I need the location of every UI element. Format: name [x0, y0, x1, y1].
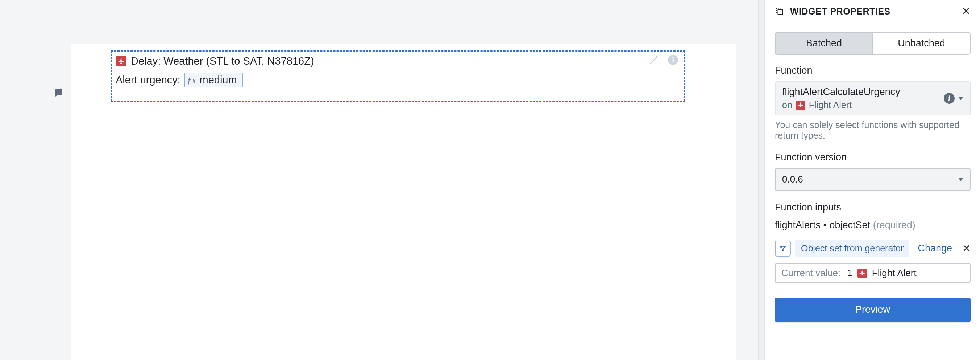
- urgency-value-pill[interactable]: ƒx medium: [184, 73, 243, 88]
- function-on-type: Flight Alert: [809, 100, 852, 110]
- inputs-label: Function inputs: [775, 202, 970, 213]
- input-param-name: flightAlerts: [775, 219, 821, 230]
- svg-rect-3: [778, 10, 783, 14]
- version-value: 0.0.6: [782, 174, 803, 185]
- urgency-label: Alert urgency:: [116, 74, 180, 86]
- svg-point-2: [672, 57, 674, 58]
- chevron-down-icon: [958, 178, 963, 181]
- flight-alert-icon: [796, 101, 805, 110]
- info-icon[interactable]: [668, 54, 678, 67]
- widget-title: Delay: Weather (STL to SAT, N37816Z): [131, 55, 314, 67]
- function-info-icon[interactable]: i: [944, 93, 955, 104]
- widget-properties-panel: WIDGET PROPERTIES ✕ Batched Unbatched Fu…: [765, 0, 980, 360]
- input-param-required: (required): [873, 219, 915, 230]
- comment-tool-icon[interactable]: [54, 88, 65, 101]
- function-on-prefix: on: [782, 100, 792, 110]
- flight-alert-icon: [858, 269, 867, 278]
- widget-properties-icon: [775, 6, 784, 16]
- input-param-type: objectSet: [830, 219, 870, 230]
- flight-alert-icon: [116, 56, 126, 66]
- wand-icon[interactable]: [649, 54, 660, 67]
- version-label: Function version: [775, 152, 970, 163]
- batched-tab[interactable]: Batched: [776, 33, 873, 54]
- side-panel-scrollbar[interactable]: [758, 0, 765, 360]
- version-select[interactable]: 0.0.6: [775, 168, 970, 191]
- current-value-box: Current value: 1 Flight Alert: [775, 263, 970, 283]
- urgency-value: medium: [199, 74, 237, 86]
- current-value-label: Current value:: [781, 267, 840, 279]
- remove-input-button[interactable]: ✕: [962, 243, 970, 254]
- canvas-surface[interactable]: Delay: Weather (STL to SAT, N37816Z): [71, 43, 737, 360]
- batch-mode-segmented: Batched Unbatched: [775, 32, 970, 55]
- function-selector[interactable]: flightAlertCalculateUrgency on Flight Al…: [775, 81, 970, 115]
- current-value-type: Flight Alert: [872, 267, 916, 279]
- object-set-chip[interactable]: Object set from generator: [795, 240, 909, 257]
- panel-title: WIDGET PROPERTIES: [790, 6, 891, 17]
- function-helper: You can solely select functions with sup…: [775, 120, 970, 141]
- function-name: flightAlertCalculateUrgency: [782, 86, 900, 98]
- fx-icon: ƒx: [187, 75, 196, 86]
- change-button[interactable]: Change: [918, 243, 952, 254]
- current-value-count: 1: [847, 267, 852, 279]
- preview-button[interactable]: Preview: [775, 298, 970, 322]
- inputs-param: flightAlerts • objectSet (required): [775, 219, 970, 231]
- unbatched-tab[interactable]: Unbatched: [873, 33, 970, 54]
- svg-rect-1: [673, 59, 674, 63]
- canvas-area: Delay: Weather (STL to SAT, N37816Z): [0, 0, 758, 360]
- chevron-down-icon[interactable]: [958, 97, 963, 100]
- selected-widget[interactable]: Delay: Weather (STL to SAT, N37816Z): [111, 50, 685, 102]
- function-label: Function: [775, 65, 970, 76]
- close-panel-button[interactable]: ✕: [961, 6, 970, 17]
- object-set-icon[interactable]: [775, 241, 791, 257]
